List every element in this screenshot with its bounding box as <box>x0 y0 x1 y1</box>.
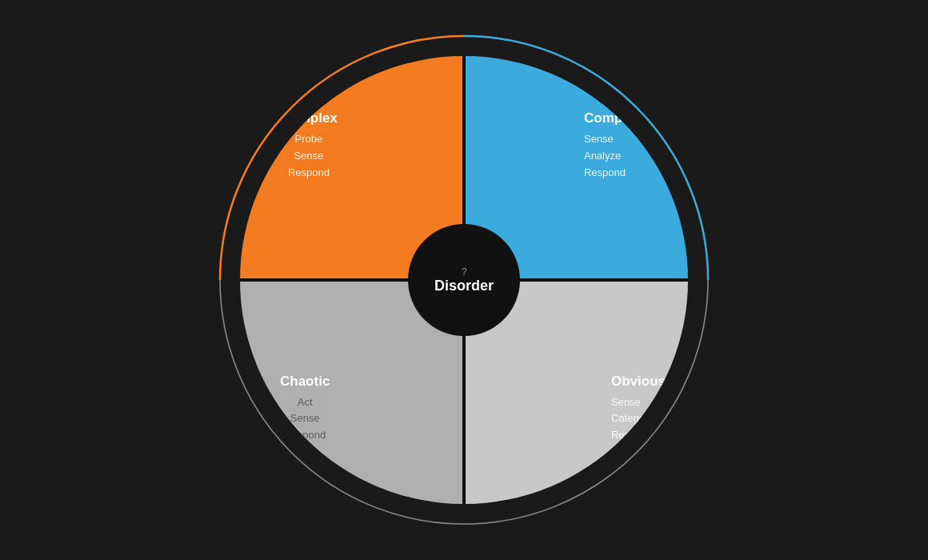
chaotic-actions: ActSenseRespond <box>280 394 330 444</box>
complicated-actions: SenseAnalyzeRespond <box>584 131 666 181</box>
chaotic-title: Chaotic <box>280 374 330 390</box>
chaotic-text: Chaotic ActSenseRespond <box>280 374 330 444</box>
complicated-text: Complicated SenseAnalyzeRespond <box>584 110 666 181</box>
complex-actions: ProbeSenseRespond <box>280 131 338 181</box>
complicated-title: Complicated <box>584 110 666 126</box>
center-label: Disorder <box>434 278 494 294</box>
complex-text: Complex ProbeSenseRespond <box>280 110 338 181</box>
center-question: ? <box>461 266 466 278</box>
center-disorder: ? Disorder <box>408 224 520 336</box>
inner-diagram: ? Disorder Complex ProbeSenseRespond Com… <box>240 56 688 504</box>
obvious-title: Obvious <box>611 374 666 390</box>
complex-title: Complex <box>280 110 338 126</box>
cynefin-diagram: Emergent practices Good practices Novel … <box>216 32 712 528</box>
obvious-text: Obvious SenseCategorizeRespond <box>611 374 666 444</box>
obvious-actions: SenseCategorizeRespond <box>611 394 666 444</box>
